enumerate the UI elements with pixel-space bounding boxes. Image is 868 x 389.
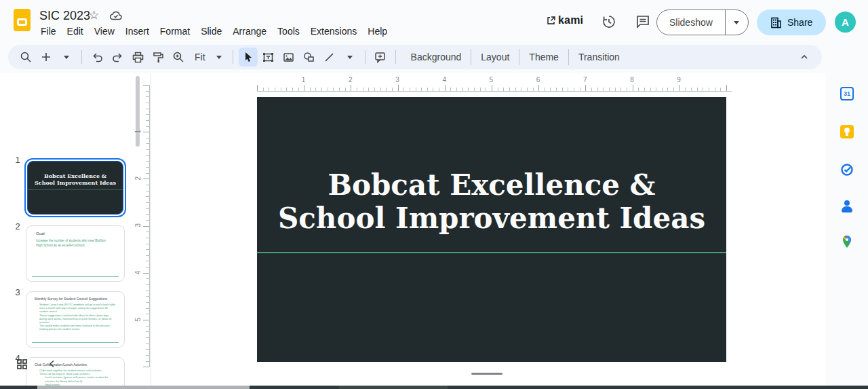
- thumb-bullet: These suggestions could include ideas fo…: [36, 314, 116, 325]
- text-box-icon[interactable]: [259, 48, 278, 67]
- chevron-down-icon: [734, 21, 739, 24]
- ruler-number: 4: [115, 270, 161, 274]
- thumb-bullet: Lunch activities (games with prizes, sim…: [41, 375, 116, 382]
- toolbar: Fit BackgroundLayoutThemeTransition: [8, 45, 822, 69]
- ruler-number: 6: [515, 76, 561, 84]
- menu-bar: FileEditViewInsertFormatSlideArrangeTool…: [35, 24, 393, 39]
- version-history-icon[interactable]: [601, 14, 617, 30]
- zoom-value: Fit: [195, 52, 205, 62]
- vertical-ruler: 12345: [140, 85, 150, 367]
- divider: [365, 50, 366, 64]
- slide-title-textbox[interactable]: Bobcat Excellence & School Improvement I…: [257, 168, 726, 235]
- external-link-icon: [547, 16, 555, 25]
- slide-canvas-area: 123456789 12345 Bobcat Excellence & Scho…: [151, 73, 826, 386]
- menu-item[interactable]: Format: [155, 24, 195, 39]
- google-maps-icon[interactable]: [840, 235, 854, 248]
- comments-icon[interactable]: [635, 14, 651, 30]
- ruler-number: 5: [115, 318, 161, 322]
- zoom-icon[interactable]: [169, 48, 188, 67]
- slide-thumbnail-2[interactable]: Goal Increase the number of students who…: [26, 225, 125, 282]
- star-favorite-icon[interactable]: ☆: [89, 8, 99, 22]
- undo-icon[interactable]: [87, 48, 106, 67]
- slideshow-button[interactable]: Slideshow: [657, 10, 725, 35]
- thumb-accent-line: [32, 276, 119, 277]
- search-menus-icon[interactable]: [16, 48, 35, 67]
- menu-item[interactable]: File: [35, 24, 62, 39]
- divider: [395, 50, 396, 64]
- top-bar: SIC 2023 ☆ FileEditViewInsertFormatSlide…: [0, 0, 868, 73]
- paint-format-icon[interactable]: [149, 48, 167, 67]
- toolbar-text-button[interactable]: Layout: [471, 49, 519, 65]
- slide-number: 2: [12, 221, 23, 231]
- ruler-number: 2: [115, 177, 161, 181]
- divider: [81, 50, 82, 64]
- print-icon[interactable]: [128, 48, 147, 67]
- horizontal-ruler: 123456789: [257, 76, 732, 94]
- zoom-fit-dropdown[interactable]: Fit: [189, 48, 227, 67]
- side-panel: 31: [826, 42, 868, 386]
- slide-accent-line[interactable]: [257, 252, 726, 253]
- menu-item[interactable]: View: [89, 24, 120, 39]
- slide-editor[interactable]: Bobcat Excellence & School Improvement I…: [257, 97, 726, 362]
- new-slide-button[interactable]: [37, 48, 56, 67]
- menu-item[interactable]: Edit: [62, 24, 89, 39]
- slide-number: 3: [12, 287, 23, 297]
- menu-item[interactable]: Extensions: [305, 24, 362, 39]
- kami-label: kami: [558, 14, 583, 26]
- slide-action-buttons: BackgroundLayoutThemeTransition: [401, 49, 629, 65]
- account-avatar[interactable]: A: [835, 12, 856, 33]
- divider: [233, 50, 233, 64]
- insert-comment-icon[interactable]: [371, 48, 390, 67]
- slideshow-button-group: Slideshow: [656, 10, 749, 35]
- ruler-number: 3: [115, 223, 161, 227]
- slides-logo-window: [17, 18, 27, 26]
- google-slides-logo-icon[interactable]: [14, 9, 31, 31]
- share-domain-icon: [770, 17, 782, 29]
- menu-item[interactable]: Help: [362, 24, 393, 39]
- menu-item[interactable]: Slide: [195, 24, 227, 39]
- ruler-number: 1: [280, 76, 327, 84]
- ruler-number: 5: [468, 76, 515, 84]
- google-tasks-icon[interactable]: [840, 163, 854, 177]
- cloud-saved-icon[interactable]: [108, 10, 123, 22]
- ruler-number: 2: [327, 76, 374, 84]
- insert-line-icon[interactable]: [320, 48, 339, 67]
- chevron-down-icon: [216, 56, 222, 59]
- insert-image-icon[interactable]: [279, 48, 298, 67]
- menu-item[interactable]: Tools: [272, 24, 305, 39]
- share-button[interactable]: Share: [757, 10, 826, 35]
- speaker-notes-resize-handle[interactable]: [471, 373, 502, 375]
- google-contacts-icon[interactable]: [840, 200, 854, 213]
- toolbar-text-button[interactable]: Theme: [519, 49, 568, 65]
- ruler-number: 9: [656, 76, 703, 84]
- kami-extension-link[interactable]: kami: [547, 14, 583, 26]
- slide-thumbnail-3[interactable]: Monthly Survey for Student Council Sugge…: [26, 291, 125, 348]
- menu-item[interactable]: Insert: [120, 24, 155, 39]
- toolbar-text-button[interactable]: Transition: [568, 49, 629, 65]
- select-tool-icon[interactable]: [239, 48, 258, 67]
- redo-icon[interactable]: [108, 48, 127, 67]
- menu-item[interactable]: Arrange: [227, 24, 272, 39]
- insert-shape-icon[interactable]: [300, 48, 319, 67]
- google-calendar-icon[interactable]: 31: [840, 87, 854, 100]
- ruler-number: 1: [115, 130, 161, 134]
- slide-thumbnail-4[interactable]: Club Collaboration/Lunch Activities Club…: [26, 357, 125, 389]
- filmstrip: 1 Bobcat Excellence &School Improvement …: [0, 73, 133, 386]
- toolbar-text-button[interactable]: Background: [401, 49, 471, 65]
- insert-line-dropdown[interactable]: [340, 48, 359, 67]
- hide-filmstrip-chevron[interactable]: [47, 359, 57, 369]
- google-keep-icon[interactable]: [840, 125, 854, 138]
- share-label: Share: [787, 17, 812, 28]
- ruler-number: 8: [608, 76, 655, 84]
- bottom-window-edge: [0, 386, 868, 389]
- slideshow-dropdown-button[interactable]: [725, 10, 748, 35]
- slide-number: 1: [12, 155, 23, 165]
- ruler-number: 3: [374, 76, 420, 84]
- new-slide-dropdown[interactable]: [57, 48, 76, 67]
- grid-view-icon[interactable]: [16, 358, 28, 370]
- slide-thumbnail-1[interactable]: Bobcat Excellence &School Improvement Id…: [27, 161, 123, 215]
- ruler-number: 7: [561, 76, 608, 84]
- document-title[interactable]: SIC 2023: [39, 9, 90, 23]
- ruler-number: 4: [421, 76, 468, 84]
- hide-menus-icon[interactable]: [795, 48, 814, 67]
